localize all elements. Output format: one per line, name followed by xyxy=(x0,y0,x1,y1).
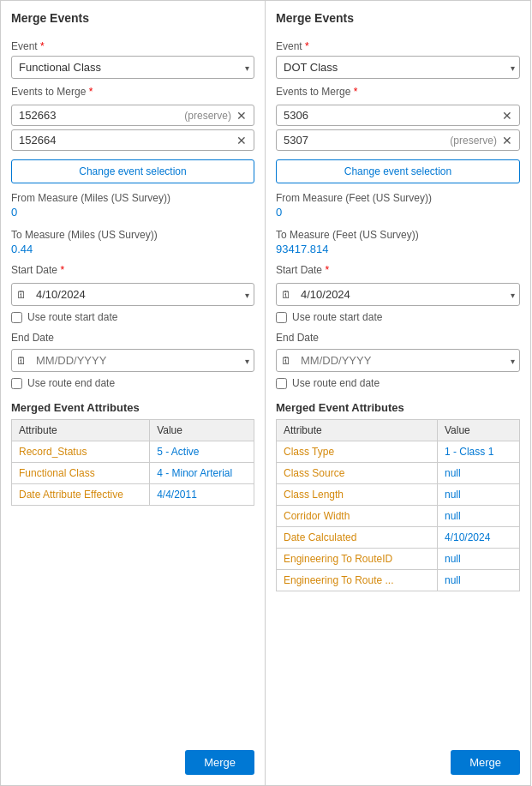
left-use-route-end-label: Use route end date xyxy=(27,377,115,389)
left-event-select[interactable]: Functional Class xyxy=(11,56,254,79)
left-events-to-merge-label: Events to Merge * xyxy=(11,86,254,98)
left-use-route-start-label: Use route start date xyxy=(27,311,117,323)
right-use-route-start-label: Use route start date xyxy=(292,311,382,323)
right-attr-value-1: null xyxy=(437,463,519,484)
left-event-close-1[interactable]: ✕ xyxy=(236,135,247,147)
left-attr-col2-header: Value xyxy=(150,420,254,441)
right-event-select-wrapper[interactable]: DOT Class ▾ xyxy=(276,56,520,79)
right-start-date-label: Start Date * xyxy=(276,264,520,276)
right-from-measure-label: From Measure (Feet (US Survey)) xyxy=(276,192,520,204)
left-from-measure-value: 0 xyxy=(11,206,254,219)
right-attr-value-0: 1 - Class 1 xyxy=(437,441,519,463)
right-end-date-label: End Date xyxy=(276,332,520,344)
right-merge-btn-wrapper: Merge xyxy=(276,736,520,775)
left-event-id-0: 152663 xyxy=(19,109,184,122)
left-use-route-start-row: Use route start date xyxy=(11,311,254,323)
left-event-select-wrapper[interactable]: Functional Class ▾ xyxy=(11,56,254,79)
right-attr-col1-header: Attribute xyxy=(277,420,438,441)
right-start-date-input[interactable] xyxy=(276,283,520,306)
right-attr-row-1: Class Sourcenull xyxy=(277,463,520,484)
right-attr-name-3: Corridor Width xyxy=(277,506,438,527)
left-from-measure-label: From Measure (Miles (US Survey)) xyxy=(11,192,254,204)
right-to-measure-value: 93417.814 xyxy=(276,243,520,255)
left-event-row-0: 152663 (preserve) ✕ xyxy=(11,105,254,126)
right-use-route-end-label: Use route end date xyxy=(292,377,380,389)
right-event-row-0: 5306 ✕ xyxy=(276,105,520,126)
left-change-event-button[interactable]: Change event selection xyxy=(11,159,254,183)
right-panel: Merge Events Event * DOT Class ▾ Events … xyxy=(266,0,531,786)
right-attr-value-6: null xyxy=(437,570,519,591)
right-attr-name-4: Date Calculated xyxy=(277,527,438,549)
right-to-measure-label: To Measure (Feet (US Survey)) xyxy=(276,229,520,241)
right-change-event-button[interactable]: Change event selection xyxy=(276,159,520,183)
right-use-route-end-row: Use route end date xyxy=(276,377,520,389)
left-use-route-start-checkbox[interactable] xyxy=(11,312,22,323)
right-end-date-wrapper[interactable]: 🗓 ▾ xyxy=(276,349,520,372)
left-event-id-1: 152664 xyxy=(19,134,231,147)
right-attr-value-3: null xyxy=(437,506,519,527)
left-event-preserve-0: (preserve) xyxy=(184,110,231,122)
left-attr-name-2: Date Attribute Effective xyxy=(12,484,150,506)
left-end-date-wrapper[interactable]: 🗓 ▾ xyxy=(11,349,254,372)
left-attr-table: Attribute Value Record_Status5 - ActiveF… xyxy=(11,419,254,506)
left-attr-name-1: Functional Class xyxy=(12,463,150,484)
right-event-select[interactable]: DOT Class xyxy=(276,56,520,79)
right-attr-name-1: Class Source xyxy=(277,463,438,484)
right-event-close-0[interactable]: ✕ xyxy=(502,110,512,122)
left-attr-row-1: Functional Class4 - Minor Arterial xyxy=(12,463,254,484)
right-attr-name-0: Class Type xyxy=(277,441,438,463)
left-merge-button[interactable]: Merge xyxy=(185,750,254,775)
left-attr-value-1: 4 - Minor Arterial xyxy=(150,463,254,484)
left-end-date-input[interactable] xyxy=(11,349,254,372)
right-from-measure-value: 0 xyxy=(276,206,520,219)
right-attr-col2-header: Value xyxy=(437,420,519,441)
right-attr-row-4: Date Calculated4/10/2024 xyxy=(277,527,520,549)
left-attr-col1-header: Attribute xyxy=(12,420,150,441)
right-use-route-end-checkbox[interactable] xyxy=(276,378,287,389)
right-attr-name-6: Engineering To Route ... xyxy=(277,570,438,591)
right-attr-name-2: Class Length xyxy=(277,484,438,506)
right-events-to-merge-label: Events to Merge * xyxy=(276,86,520,98)
right-event-close-1[interactable]: ✕ xyxy=(502,135,512,147)
left-to-measure-value: 0.44 xyxy=(11,243,254,255)
right-start-date-wrapper[interactable]: 🗓 ▾ xyxy=(276,283,520,306)
right-attr-value-4: 4/10/2024 xyxy=(437,527,519,549)
right-event-row-1: 5307 (preserve) ✕ xyxy=(276,129,520,151)
right-event-preserve-1: (preserve) xyxy=(450,135,497,147)
left-merge-btn-wrapper: Merge xyxy=(11,736,254,775)
right-attr-row-3: Corridor Widthnull xyxy=(277,506,520,527)
left-start-date-input[interactable] xyxy=(11,283,254,306)
right-merged-attrs-title: Merged Event Attributes xyxy=(276,401,520,414)
right-panel-title: Merge Events xyxy=(276,11,520,25)
right-attr-row-6: Engineering To Route ...null xyxy=(277,570,520,591)
right-attr-row-0: Class Type1 - Class 1 xyxy=(277,441,520,463)
left-panel: Merge Events Event * Functional Class ▾ … xyxy=(0,0,266,786)
left-event-label: Event * xyxy=(11,40,254,52)
left-attr-name-0: Record_Status xyxy=(12,441,150,463)
left-panel-title: Merge Events xyxy=(11,11,254,25)
right-attr-value-5: null xyxy=(437,549,519,570)
left-start-date-wrapper[interactable]: 🗓 ▾ xyxy=(11,283,254,306)
left-end-date-label: End Date xyxy=(11,332,254,344)
right-attr-table: Attribute Value Class Type1 - Class 1Cla… xyxy=(276,419,520,591)
right-attr-value-2: null xyxy=(437,484,519,506)
left-use-route-end-checkbox[interactable] xyxy=(11,378,22,389)
left-attr-row-0: Record_Status5 - Active xyxy=(12,441,254,463)
left-merged-attrs-title: Merged Event Attributes xyxy=(11,401,254,414)
right-end-date-input[interactable] xyxy=(276,349,520,372)
left-attr-row-2: Date Attribute Effective4/4/2011 xyxy=(12,484,254,506)
right-attr-name-5: Engineering To RouteID xyxy=(277,549,438,570)
right-event-id-1: 5307 xyxy=(284,134,450,147)
left-attr-value-2: 4/4/2011 xyxy=(150,484,254,506)
right-merge-button[interactable]: Merge xyxy=(451,750,520,775)
left-to-measure-label: To Measure (Miles (US Survey)) xyxy=(11,229,254,241)
left-use-route-end-row: Use route end date xyxy=(11,377,254,389)
right-attr-row-2: Class Lengthnull xyxy=(277,484,520,506)
right-event-id-0: 5306 xyxy=(284,109,497,122)
right-attr-row-5: Engineering To RouteIDnull xyxy=(277,549,520,570)
left-attr-value-0: 5 - Active xyxy=(150,441,254,463)
right-use-route-start-checkbox[interactable] xyxy=(276,312,287,323)
left-start-date-label: Start Date * xyxy=(11,264,254,276)
right-event-label: Event * xyxy=(276,40,520,52)
left-event-close-0[interactable]: ✕ xyxy=(236,110,247,122)
